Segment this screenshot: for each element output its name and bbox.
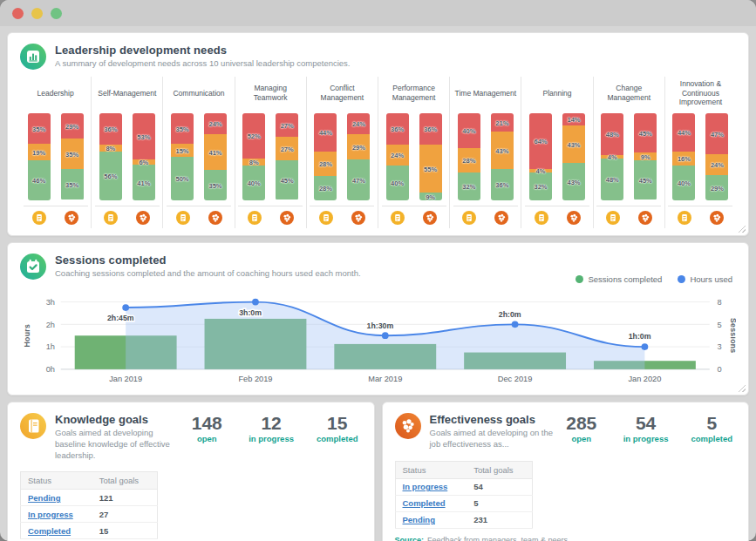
- x-axis-label: Jan 2019: [109, 375, 142, 383]
- stat-open: 285 open: [562, 413, 601, 443]
- segment-red: 27%: [276, 113, 298, 137]
- stacked-bar-self: 52%8%40%: [242, 113, 265, 200]
- segment-value: 44%: [319, 129, 332, 137]
- knowledge-goals-titles: Knowledge goals Goals aimed at developin…: [55, 413, 179, 461]
- leadership-development-panel: Leadership development needs A summary o…: [7, 32, 749, 236]
- segment-value: 24%: [391, 152, 404, 159]
- stacked-bar-self: 48%4%48%: [601, 113, 623, 200]
- effectiveness-goals-panel: Effectiveness goals Goals aimed at devel…: [382, 402, 750, 541]
- panel-title: Effectiveness goals: [430, 413, 554, 426]
- effectiveness-goals-table: Status Total goals In progress 54 Comple…: [395, 461, 533, 529]
- segment-red: 45%: [634, 113, 657, 152]
- stat-value: 148: [187, 413, 226, 433]
- hours-point-label: 2h:45m: [107, 314, 134, 323]
- resize-handle[interactable]: [738, 384, 746, 392]
- segment-orange: 9%: [634, 152, 657, 160]
- segment-value: 41%: [208, 148, 221, 156]
- group-icon: [567, 211, 581, 225]
- maximize-button[interactable]: [51, 8, 62, 19]
- table-row: In progress 27: [21, 506, 158, 523]
- stacked-bar-others: 21%43%36%: [491, 113, 514, 200]
- segment-value: 43%: [568, 140, 581, 148]
- legend-hours-used[interactable]: Hours used: [678, 274, 732, 284]
- segment-value: 52%: [248, 132, 261, 140]
- segment-value: 35%: [175, 125, 188, 132]
- stat-label: completed: [317, 434, 358, 443]
- stat-value: 12: [249, 413, 294, 433]
- segment-value: 56%: [104, 172, 117, 180]
- hours-point[interactable]: [252, 299, 259, 306]
- stat-value: 285: [562, 413, 601, 433]
- stat-label: open: [187, 434, 226, 443]
- segment-green: 40%: [672, 166, 695, 200]
- segment-value: 4%: [608, 153, 617, 161]
- segment-value: 28%: [319, 185, 332, 193]
- hours-point[interactable]: [642, 343, 649, 350]
- stat-completed: 5 completed: [691, 413, 732, 443]
- competency-title: Conflict Management: [307, 77, 378, 110]
- hours-point[interactable]: [382, 332, 389, 339]
- resize-handle[interactable]: [738, 225, 746, 233]
- segment-green: 56%: [99, 152, 122, 200]
- status-link[interactable]: In progress: [403, 482, 448, 491]
- segment-value: 36%: [495, 181, 508, 189]
- stat-value: 15: [317, 413, 358, 433]
- report-icon: [248, 211, 262, 225]
- stacked-bar-self: 64%4%32%: [529, 113, 552, 200]
- segment-value: 28%: [319, 160, 332, 168]
- close-button[interactable]: [12, 8, 24, 19]
- segment-orange: 55%: [419, 145, 442, 193]
- segment-orange: 19%: [28, 144, 51, 160]
- source-label: Source:: [395, 536, 425, 541]
- total-goals-value: 121: [92, 490, 158, 506]
- report-icon: [319, 211, 333, 225]
- report-icon: [176, 211, 190, 225]
- segment-value: 29%: [65, 122, 78, 130]
- segment-value: 21%: [495, 118, 508, 126]
- competency-title: Performance Management: [378, 77, 449, 110]
- hours-point[interactable]: [122, 304, 129, 311]
- status-link[interactable]: Completed: [28, 526, 71, 536]
- segment-value: 32%: [535, 183, 548, 191]
- segment-value: 9%: [641, 152, 650, 160]
- competency-bars: 44%28%28%24%29%47%: [307, 113, 378, 200]
- status-link[interactable]: Pending: [28, 493, 60, 503]
- segment-green: 35%: [204, 170, 227, 200]
- stat-value: 5: [691, 413, 732, 433]
- segment-value: 36%: [104, 125, 117, 133]
- knowledge-goals-panel: Knowledge goals Goals aimed at developin…: [7, 402, 375, 541]
- segment-value: 29%: [711, 184, 724, 192]
- competency-columns: Leadership35%19%46%29%35%35%Self-Managem…: [20, 77, 736, 228]
- panel-title: Leadership development needs: [55, 44, 350, 57]
- competency-title: Self-Management: [92, 77, 162, 110]
- competency-bars: 35%15%50%24%41%35%: [163, 113, 234, 200]
- status-link[interactable]: Pending: [403, 515, 435, 524]
- competency-title: Planning: [521, 77, 592, 110]
- status-link[interactable]: In progress: [28, 510, 73, 519]
- segment-value: 8%: [106, 145, 115, 152]
- segment-green: 47%: [347, 159, 370, 200]
- knowledge-goals-table: Status Total goals Pending 121 In progre…: [20, 471, 158, 539]
- hours-point[interactable]: [512, 321, 519, 328]
- competency-icons: [238, 206, 303, 225]
- segment-value: 46%: [32, 177, 45, 185]
- competency-column: Conflict Management44%28%28%24%29%47%: [306, 77, 378, 228]
- report-icon: [104, 211, 118, 225]
- stacked-bar-self: 44%28%28%: [314, 113, 337, 200]
- segment-value: 27%: [281, 121, 294, 129]
- left-axis-tick: 3h: [46, 298, 55, 307]
- segment-orange: 29%: [347, 134, 370, 159]
- competency-icons: [167, 206, 231, 225]
- legend-sessions-completed[interactable]: Sessions completed: [576, 274, 662, 284]
- segment-value: 14%: [568, 116, 581, 124]
- app-window: Leadership development needs A summary o…: [0, 0, 756, 541]
- stat-in-progress: 12 in progress: [249, 413, 294, 443]
- stacked-bar-self: 36%24%40%: [386, 113, 409, 200]
- competency-bars: 35%19%46%29%35%35%: [20, 113, 91, 200]
- status-link[interactable]: Completed: [403, 498, 446, 508]
- segment-green: 50%: [171, 157, 194, 200]
- stacked-bar-others: 53%6%41%: [133, 113, 155, 200]
- segment-value: 45%: [639, 176, 652, 184]
- minimize-button[interactable]: [31, 8, 43, 19]
- table-row: Completed 5: [395, 495, 532, 511]
